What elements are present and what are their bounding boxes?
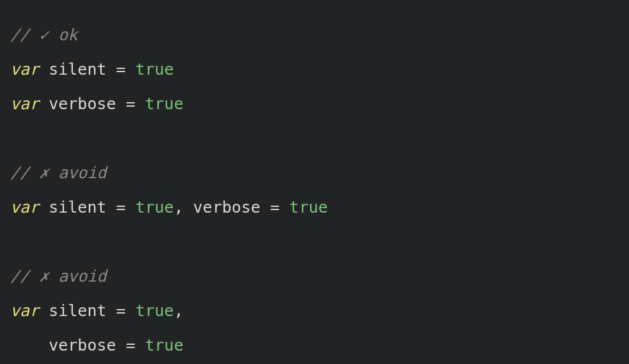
code-line: var silent = true, verbose = true: [10, 190, 619, 225]
code-token: verbose: [193, 198, 260, 216]
code-token: =: [116, 60, 126, 79]
code-token: ,: [174, 198, 183, 216]
code-token: [10, 232, 20, 251]
code-token: silent: [49, 60, 106, 79]
code-token: [126, 301, 136, 320]
code-token: true: [136, 301, 174, 320]
code-token: silent: [49, 301, 106, 320]
code-line: // ✗ avoid: [10, 156, 619, 190]
code-token: =: [270, 198, 279, 216]
code-token: [39, 95, 49, 113]
code-line: // ✓ ok: [10, 18, 619, 52]
code-token: var: [10, 60, 39, 79]
code-token: var: [10, 301, 39, 320]
code-token: =: [116, 301, 126, 320]
code-token: // ✗ avoid: [10, 163, 107, 182]
code-token: [136, 336, 145, 354]
code-token: [39, 198, 49, 216]
code-line: var silent = true,: [10, 294, 619, 328]
code-token: silent: [49, 198, 106, 216]
code-token: true: [136, 60, 174, 79]
code-line: var verbose = true: [10, 87, 619, 121]
code-token: true: [290, 198, 328, 216]
code-token: [126, 60, 136, 79]
code-token: [280, 198, 290, 216]
code-token: [10, 336, 49, 354]
code-token: =: [126, 336, 136, 354]
code-line: var silent = true: [10, 52, 619, 87]
code-token: true: [136, 198, 174, 216]
code-token: [10, 129, 20, 148]
code-token: [136, 95, 145, 113]
code-token: [39, 301, 49, 320]
code-line: // ✗ avoid: [10, 259, 619, 294]
code-token: [107, 198, 116, 216]
code-line: [10, 121, 619, 156]
code-token: var: [10, 198, 39, 216]
code-token: [107, 60, 116, 79]
code-token: var: [10, 95, 39, 113]
code-token: verbose: [49, 336, 116, 354]
code-token: [107, 301, 116, 320]
code-token: true: [145, 336, 183, 354]
code-token: [116, 336, 126, 354]
code-token: [116, 95, 126, 113]
code-token: true: [145, 95, 183, 113]
code-token: [260, 198, 270, 216]
code-token: [183, 198, 193, 216]
code-token: [39, 60, 49, 79]
code-token: =: [126, 95, 136, 113]
code-token: =: [116, 198, 126, 216]
code-line: verbose = true: [10, 328, 619, 363]
code-token: // ✓ ok: [10, 26, 77, 44]
code-line: [10, 225, 619, 259]
code-token: [126, 198, 136, 216]
code-token: // ✗ avoid: [10, 267, 107, 285]
code-block: // ✓ okvar silent = truevar verbose = tr…: [0, 0, 629, 364]
code-token: verbose: [49, 95, 116, 113]
code-token: ,: [174, 301, 183, 320]
